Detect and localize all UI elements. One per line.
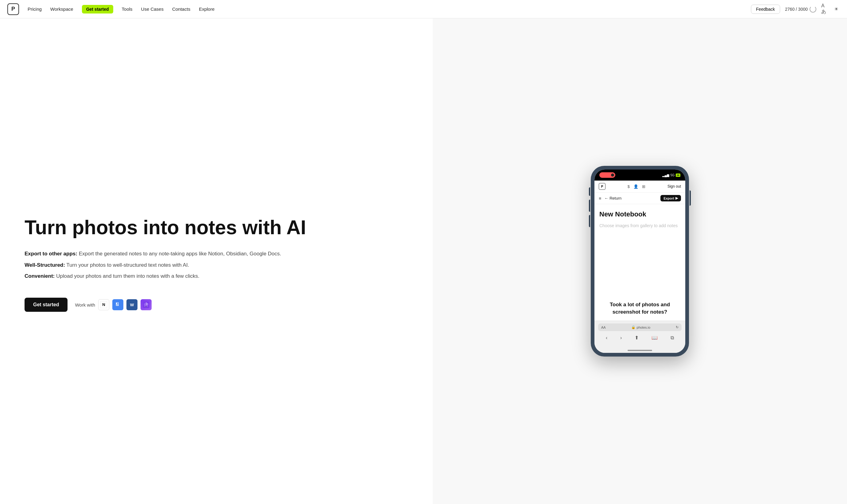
phone-screen: ▂▄▆ 5G 26 P $ 👤 ⊞ Sign out	[594, 169, 685, 353]
app-toolbar: ≡ ← Return Export ▶	[594, 193, 685, 204]
share-button[interactable]: ⬆	[634, 334, 640, 342]
feature-structured-text: Turn your photos to well-structured text…	[66, 262, 189, 268]
phone-power-button	[690, 191, 691, 206]
theme-toggle-icon[interactable]: ☀	[833, 6, 840, 13]
battery-level: 26	[676, 174, 680, 177]
navbar: P Pricing Workspace Get started Tools Us…	[0, 0, 847, 18]
token-count-text: 2760 / 3000	[785, 7, 808, 12]
svg-rect-7	[116, 306, 118, 306]
app-header: P $ 👤 ⊞ Sign out	[594, 181, 685, 193]
feature-structured-bold: Well-Structured:	[24, 262, 65, 268]
app-logo: P	[599, 183, 605, 190]
menu-icon[interactable]: ≡	[599, 196, 601, 201]
signal-icon: ▂▄▆	[662, 174, 669, 177]
translate-icon[interactable]: Aあ	[821, 6, 828, 13]
network-type: 5G	[671, 174, 675, 177]
bookmarks-button[interactable]: 📖	[650, 334, 659, 342]
work-with: Work with N	[75, 299, 152, 310]
export-arrow-icon: ▶	[675, 196, 678, 200]
hero-title: Turn photos into notes with AI	[24, 217, 414, 238]
feature-export-bold: Export to other apps:	[24, 251, 77, 257]
url-text: photes.io	[637, 326, 651, 329]
feedback-button[interactable]: Feedback	[751, 5, 780, 14]
notion-icon: N	[98, 299, 109, 310]
svg-rect-6	[116, 305, 118, 305]
export-button[interactable]: Export ▶	[660, 195, 681, 201]
forward-button[interactable]: ›	[619, 334, 623, 342]
phone-volume-up-button	[589, 200, 590, 212]
token-progress-icon	[810, 6, 816, 13]
toolbar-left: ≡ ← Return	[599, 196, 621, 201]
feature-export: Export to other apps: Export the generat…	[24, 249, 414, 259]
browser-navigation: ‹ › ⬆ 📖 ⧉	[598, 334, 681, 342]
phone-volume-down-button	[589, 215, 590, 227]
main-content: Turn photos into notes with AI Export to…	[0, 18, 847, 504]
word-icon: W	[126, 299, 137, 310]
status-right: ▂▄▆ 5G 26	[662, 174, 680, 177]
gallery-hint: Choose images from gallery to add notes	[599, 223, 680, 228]
grid-icon[interactable]: ⊞	[642, 184, 645, 189]
feature-structured: Well-Structured: Turn your photos to wel…	[24, 260, 414, 270]
navbar-left: P Pricing Workspace Get started Tools Us…	[7, 3, 214, 15]
refresh-icon[interactable]: ↻	[676, 325, 678, 329]
phone-browser-bar: AA 🔒 photes.io ↻ ‹ › ⬆ 📖 ⧉	[594, 321, 685, 344]
nav-explore[interactable]: Explore	[199, 6, 214, 12]
aa-label[interactable]: AA	[601, 326, 606, 329]
bottom-prompt: Took a lot of photos and screenshot for …	[599, 295, 680, 316]
token-count: 2760 / 3000	[785, 6, 816, 13]
navbar-right: Feedback 2760 / 3000 Aあ ☀	[751, 5, 840, 14]
phone-silent-button	[589, 187, 590, 196]
hero-section: Turn photos into notes with AI Export to…	[0, 18, 433, 504]
url-center: 🔒 photes.io	[631, 325, 651, 329]
hero-phone-section: ▂▄▆ 5G 26 P $ 👤 ⊞ Sign out	[433, 18, 847, 504]
url-left: AA	[601, 326, 606, 329]
lock-icon: 🔒	[631, 325, 636, 329]
billing-icon[interactable]: $	[627, 184, 630, 189]
feature-export-text: Export the generated notes to any note-t…	[79, 251, 281, 257]
home-bar-line	[627, 350, 652, 351]
profile-icon[interactable]: 👤	[634, 184, 638, 189]
notebook-title: New Notebook	[599, 210, 680, 218]
return-label: Return	[609, 196, 621, 200]
svg-text:N: N	[102, 302, 105, 307]
nav-tools[interactable]: Tools	[122, 6, 133, 12]
home-bar	[594, 344, 685, 353]
nav-get-started-button[interactable]: Get started	[82, 5, 113, 14]
url-bar[interactable]: AA 🔒 photes.io ↻	[598, 323, 681, 331]
hero-actions: Get started Work with N	[24, 298, 414, 312]
sign-out-button[interactable]: Sign out	[668, 184, 681, 188]
obsidian-icon	[141, 299, 152, 310]
hero-features: Export to other apps: Export the generat…	[24, 249, 414, 283]
google-docs-icon	[112, 299, 123, 310]
feature-convenient-text: Upload your photos and turn them into no…	[56, 273, 200, 279]
arrow-left-icon: ←	[604, 196, 608, 200]
nav-contacts[interactable]: Contacts	[172, 6, 190, 12]
nav-workspace[interactable]: Workspace	[50, 6, 73, 12]
logo[interactable]: P	[7, 3, 19, 15]
app-header-icons: $ 👤 ⊞	[627, 184, 645, 189]
work-with-label: Work with	[75, 302, 95, 307]
feature-convenient-bold: Convenient:	[24, 273, 55, 279]
phone-mockup: ▂▄▆ 5G 26 P $ 👤 ⊞ Sign out	[591, 166, 689, 357]
phone-status-bar: ▂▄▆ 5G 26	[594, 169, 685, 181]
dynamic-island	[599, 172, 615, 178]
export-label: Export	[663, 197, 674, 200]
tabs-button[interactable]: ⧉	[669, 334, 675, 342]
nav-use-cases[interactable]: Use Cases	[141, 6, 163, 12]
feature-convenient: Convenient: Upload your photos and turn …	[24, 272, 414, 281]
app-body: New Notebook Choose images from gallery …	[594, 204, 685, 321]
svg-text:W: W	[130, 303, 134, 307]
bottom-prompt-text: Took a lot of photos and screenshot for …	[599, 301, 680, 316]
nav-pricing[interactable]: Pricing	[28, 6, 42, 12]
back-button[interactable]: ‹	[605, 334, 608, 342]
svg-rect-5	[116, 304, 118, 305]
hero-get-started-button[interactable]: Get started	[24, 298, 68, 312]
return-button[interactable]: ← Return	[604, 196, 621, 200]
